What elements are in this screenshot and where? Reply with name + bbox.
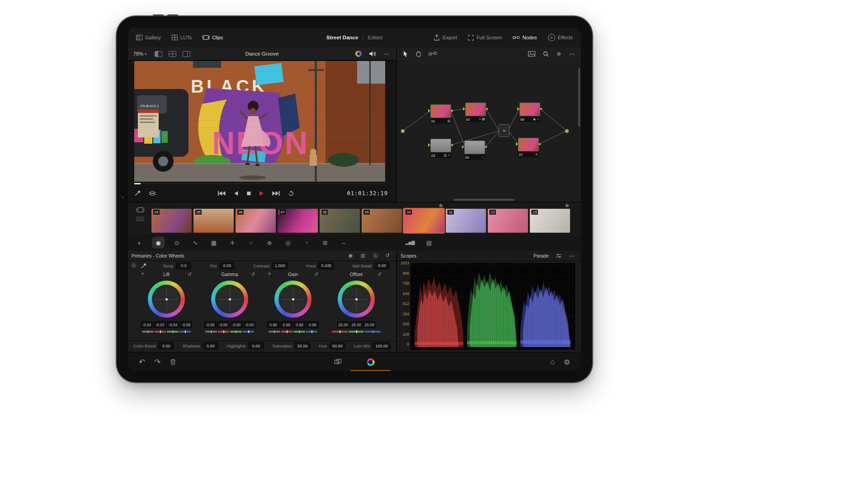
- gain-value-y[interactable]: 0.96: [267, 321, 279, 328]
- gain-value-g[interactable]: 0.96: [293, 321, 306, 328]
- color-wheel-icon[interactable]: [355, 51, 362, 57]
- eyedropper-icon[interactable]: [134, 190, 141, 197]
- lift-value-g[interactable]: -0.04: [167, 321, 179, 328]
- color-page-button[interactable]: [367, 358, 375, 366]
- tool-magic-mask[interactable]: ◎: [282, 237, 294, 249]
- tool-scopes[interactable]: ▂▅▇: [404, 237, 416, 249]
- split-view-icon[interactable]: [183, 51, 190, 57]
- settings-gear-button[interactable]: ⚙: [564, 358, 570, 366]
- hand-icon[interactable]: [415, 51, 421, 57]
- gamma-value-r[interactable]: -0.00: [217, 321, 229, 328]
- param-value[interactable]: 1.000: [272, 263, 288, 269]
- clip-slot-13[interactable]: fx 13: [530, 204, 570, 234]
- param-value[interactable]: 0.00: [249, 343, 264, 349]
- panel-bypass-icon[interactable]: ◉: [349, 253, 353, 259]
- tool-blur[interactable]: ◔: [300, 237, 313, 249]
- lift-value-r[interactable]: -0.03: [154, 321, 166, 328]
- clip-slot-06[interactable]: 06: [236, 204, 276, 234]
- param-value[interactable]: 0.435: [318, 263, 334, 269]
- grid-view-icon[interactable]: [169, 51, 176, 57]
- speaker-icon[interactable]: [369, 51, 376, 57]
- param-mid-detail[interactable]: Mid Detail0.00: [353, 263, 390, 269]
- clip-slot-07[interactable]: 07: [278, 204, 318, 234]
- tool-hue-curves[interactable]: ▦: [208, 237, 220, 249]
- zoom-level-dropdown[interactable]: 78% ▾: [128, 51, 146, 56]
- lift-value-y[interactable]: -0.04: [141, 321, 153, 328]
- param-hue[interactable]: Hue50.00: [319, 343, 345, 349]
- tool-tracker[interactable]: ⊕: [263, 237, 276, 249]
- add-node-icon[interactable]: [429, 51, 437, 56]
- trash-button[interactable]: [170, 359, 176, 365]
- param-color-boost[interactable]: Color Boost0.00: [133, 343, 174, 349]
- master-wheel-icon[interactable]: ✛: [268, 272, 271, 276]
- tool-primaries[interactable]: ◉: [152, 237, 165, 249]
- node-07[interactable]: 07⊘: [518, 138, 539, 157]
- clip-slot-10-selected[interactable]: fx 10: [404, 204, 444, 234]
- gain-reset-icon[interactable]: ↺: [314, 272, 318, 277]
- param-value[interactable]: 0.00: [219, 263, 235, 269]
- gain-value-r[interactable]: 0.96: [280, 321, 292, 328]
- clip-thumbnail[interactable]: 13: [530, 209, 570, 233]
- param-saturation[interactable]: Saturation50.00: [273, 343, 311, 349]
- gamma-value-g[interactable]: -0.00: [230, 321, 242, 328]
- clip-slot-12[interactable]: 12: [488, 204, 528, 234]
- param-value[interactable]: 100.00: [373, 343, 391, 349]
- luts-button[interactable]: LUTs: [172, 35, 192, 40]
- layers-icon[interactable]: [149, 191, 156, 196]
- cursor-icon[interactable]: [403, 51, 408, 57]
- tool-power-window[interactable]: ○: [245, 237, 257, 249]
- viewer-more-icon[interactable]: ⋯: [383, 51, 390, 57]
- loop-button[interactable]: [288, 191, 294, 197]
- param-value[interactable]: 50.00: [330, 343, 345, 349]
- scope-mode-dropdown[interactable]: Parade: [533, 253, 549, 258]
- gamma-value-b[interactable]: -0.00: [243, 321, 255, 328]
- stills-icon[interactable]: [528, 51, 535, 56]
- clip-slot-08[interactable]: 08: [320, 204, 360, 234]
- clip-thumbnail[interactable]: 07: [278, 209, 318, 233]
- tool-info[interactable]: ▤: [423, 237, 435, 249]
- gamma-reset-icon[interactable]: ↺: [251, 272, 255, 277]
- gamma-value-y[interactable]: -0.00: [204, 321, 216, 328]
- clip-thumbnail[interactable]: 12: [488, 209, 528, 233]
- offset-rgb-sliders[interactable]: [332, 331, 381, 333]
- play-button[interactable]: [259, 191, 264, 196]
- offset-color-wheel[interactable]: [338, 281, 375, 318]
- scope-settings-icon[interactable]: [556, 253, 562, 258]
- node-more-icon[interactable]: ⋯: [569, 51, 575, 57]
- node-vertical-scrollbar[interactable]: [578, 68, 580, 127]
- skip-start-button[interactable]: [217, 191, 226, 196]
- scope-more-icon[interactable]: ⋯: [569, 253, 575, 259]
- param-pivot[interactable]: Pivot0.435: [306, 263, 334, 269]
- picker-icon[interactable]: [141, 263, 146, 269]
- cut-page-button[interactable]: [335, 359, 342, 365]
- lift-color-wheel[interactable]: [148, 281, 185, 318]
- viewer-playhead[interactable]: [134, 183, 141, 184]
- full-screen-button[interactable]: Full Screen: [468, 35, 502, 41]
- offset-value-b[interactable]: 25.00: [363, 321, 376, 328]
- clip-thumbnail[interactable]: 11: [446, 209, 486, 233]
- master-wheel-icon[interactable]: ✛: [141, 272, 145, 276]
- offset-value-g[interactable]: 25.00: [350, 321, 363, 328]
- offset-value-r[interactable]: 25.00: [337, 321, 349, 328]
- clip-slot-09[interactable]: 09: [362, 204, 402, 234]
- tool-log-wheels[interactable]: ⊙: [170, 237, 183, 249]
- tool-sizing[interactable]: ⇔: [337, 237, 350, 249]
- node-03[interactable]: 03▥ ✓: [430, 139, 451, 158]
- node-canvas[interactable]: 01▥ 02∿ ▦ 03▥ ✓ 04○: [397, 60, 581, 202]
- clip-thumbnail[interactable]: 04: [151, 209, 192, 233]
- effects-button[interactable]: fx Effects: [548, 34, 573, 41]
- panel-reset-icon[interactable]: ↺: [386, 253, 390, 259]
- nodes-button[interactable]: Nodes: [513, 35, 537, 40]
- lift-rgb-sliders[interactable]: [142, 331, 191, 333]
- node-02[interactable]: 02∿ ▦: [465, 103, 486, 122]
- node-output-dot[interactable]: [565, 129, 569, 133]
- clip-slot-05[interactable]: 05: [193, 204, 234, 234]
- param-highlights[interactable]: Highlights0.00: [227, 343, 264, 349]
- gain-value-b[interactable]: 0.96: [307, 321, 319, 328]
- param-value[interactable]: 0.00: [203, 343, 218, 349]
- panel-split-icon[interactable]: ▥: [360, 253, 365, 259]
- viewer-video[interactable]: BLACK NEON: [134, 61, 385, 182]
- clip-thumbnail[interactable]: 06: [236, 209, 276, 233]
- clip-thumbnail[interactable]: 09: [362, 209, 402, 233]
- param-value[interactable]: 0.0: [176, 263, 191, 269]
